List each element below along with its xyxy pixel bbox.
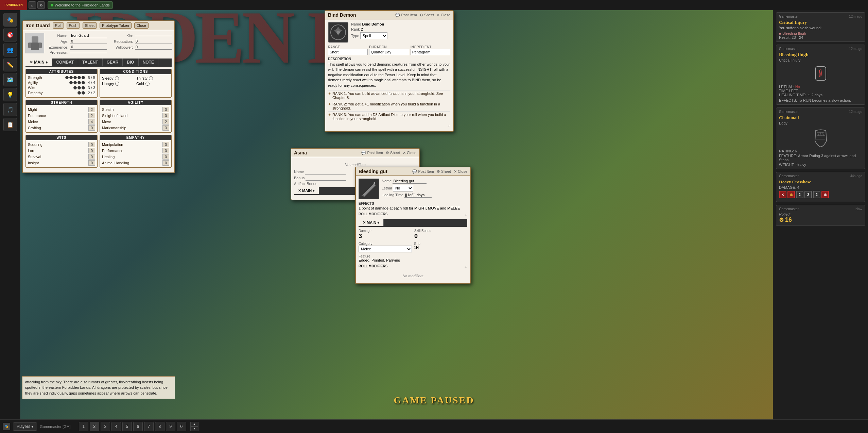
animal-val[interactable]: 0 xyxy=(162,160,169,166)
dot[interactable] xyxy=(82,81,85,84)
npc-close-button[interactable]: ✕ Close xyxy=(403,151,416,155)
dot[interactable] xyxy=(77,86,81,89)
age-value[interactable]: 0 xyxy=(70,39,107,44)
sidebar-icon-tables[interactable]: 🗺️ xyxy=(3,73,17,86)
spell-close-button[interactable]: ✕ Close xyxy=(437,13,450,17)
dot[interactable] xyxy=(82,86,85,89)
dot[interactable] xyxy=(73,81,77,84)
scene-tab-3[interactable]: 3 xyxy=(101,422,110,431)
scene-tab-8[interactable]: 8 xyxy=(155,422,164,431)
rep-value[interactable]: 0 xyxy=(135,39,172,44)
wp-value[interactable]: 0 xyxy=(135,45,172,50)
crafting-val[interactable]: 0 xyxy=(88,125,95,131)
scene-tab-0[interactable]: 0 xyxy=(177,422,186,431)
scene-tab-6[interactable]: 6 xyxy=(133,422,143,431)
npc-bonus-input[interactable] xyxy=(306,176,346,181)
players-button[interactable]: Players ▾ xyxy=(13,422,37,431)
weapon-close-button[interactable]: ✕ Close xyxy=(454,169,467,174)
prof-value[interactable] xyxy=(70,52,107,53)
sidebar-icon-sound[interactable]: 🎵 xyxy=(3,103,17,116)
nav-down[interactable]: ▼ xyxy=(190,427,198,431)
hungry-check[interactable] xyxy=(115,82,119,86)
scene-tab-7[interactable]: 7 xyxy=(144,422,154,431)
scene-tab-9[interactable]: 9 xyxy=(166,422,175,431)
lore-val[interactable]: 0 xyxy=(88,148,95,153)
add-button[interactable]: + xyxy=(448,123,450,129)
weapon-sheet-button[interactable]: ⚙ Sheet xyxy=(437,169,451,174)
cold-check[interactable] xyxy=(145,82,150,86)
survival-val[interactable]: 0 xyxy=(88,154,95,160)
sidebar-icon-cards[interactable]: 💡 xyxy=(3,88,17,101)
sidebar-icon-scene[interactable]: 🎭 xyxy=(3,13,17,27)
sidebar-icon-chat[interactable]: 📋 xyxy=(3,118,17,131)
spell-post-button[interactable]: 💬 Post Item xyxy=(395,13,417,17)
dot[interactable] xyxy=(73,76,77,79)
npc-name-input[interactable] xyxy=(305,169,346,174)
scene-tab-1[interactable]: 1 xyxy=(79,422,88,431)
scene-tab-2[interactable]: 2 xyxy=(90,422,99,431)
dot[interactable] xyxy=(82,91,85,95)
tab-talent[interactable]: TALENT xyxy=(78,59,102,66)
scouting-val[interactable]: 0 xyxy=(88,142,95,147)
scene-tab-4[interactable]: 4 xyxy=(111,422,121,431)
dot[interactable] xyxy=(65,76,69,79)
sidebar-icon-actors[interactable]: 👥 xyxy=(3,43,17,56)
sidebar-icon-journal[interactable]: ✏️ xyxy=(3,58,17,71)
exp-value[interactable]: 0 xyxy=(70,45,107,50)
dot[interactable] xyxy=(77,76,81,79)
npc-sheet-button[interactable]: ⚙ Sheet xyxy=(386,151,400,155)
category-select[interactable]: Melee xyxy=(359,246,412,252)
wits-dots[interactable] xyxy=(73,86,85,89)
sidebar-icon-target[interactable]: 🎯 xyxy=(3,28,17,41)
dot[interactable] xyxy=(73,86,77,89)
dot[interactable] xyxy=(69,76,73,79)
scene-tab[interactable]: Welcome to the Forbidden Lands xyxy=(48,1,113,9)
dot[interactable] xyxy=(77,91,81,95)
strength-dots[interactable] xyxy=(65,76,85,79)
dot[interactable] xyxy=(77,81,81,84)
agility-dots[interactable] xyxy=(69,81,85,84)
sheet-button[interactable]: Sheet xyxy=(83,22,97,29)
stealth-val[interactable]: 0 xyxy=(162,107,169,112)
home-button[interactable]: ⌂ xyxy=(29,1,36,9)
sleepy-check[interactable] xyxy=(115,76,119,80)
weapon-name-input[interactable] xyxy=(393,179,427,184)
thirsty-check[interactable] xyxy=(149,76,153,80)
dot[interactable] xyxy=(82,76,85,79)
tab-bio[interactable]: BIO xyxy=(123,59,138,66)
tab-main[interactable]: ✕ MAIN ♦ xyxy=(25,59,52,66)
close-sheet-button[interactable]: Close xyxy=(134,22,149,29)
tab-note[interactable]: NOTE xyxy=(139,59,158,66)
settings-button[interactable]: ⚙ xyxy=(37,1,45,9)
manip-val[interactable]: 0 xyxy=(162,142,169,147)
nav-up[interactable]: ▲ xyxy=(190,422,198,427)
weapon-main-tab[interactable]: ✕ MAIN ♦ xyxy=(359,219,384,226)
sleight-val[interactable]: 0 xyxy=(162,113,169,118)
insight-val[interactable]: 0 xyxy=(88,160,95,166)
weapon-post-button[interactable]: 💬 Post Item xyxy=(412,169,434,174)
char-name-value[interactable]: Iron Guard xyxy=(70,33,107,38)
perf-val[interactable]: 0 xyxy=(162,148,169,153)
npc-main-tab[interactable]: ✕ MAIN ♦ xyxy=(294,187,319,194)
melee-val[interactable]: 4 xyxy=(88,119,95,124)
empathy-dots[interactable] xyxy=(77,91,85,95)
roll-mod-add[interactable]: + xyxy=(465,212,467,218)
tab-combat[interactable]: COMBAT xyxy=(52,59,78,66)
roll-mod-add2[interactable]: + xyxy=(465,264,467,270)
might-val[interactable]: 2 xyxy=(88,107,95,112)
dot[interactable] xyxy=(69,81,73,84)
spell-sheet-button[interactable]: ⚙ Sheet xyxy=(420,13,434,17)
push-button[interactable]: Push xyxy=(67,22,80,29)
kin-value[interactable] xyxy=(135,35,172,36)
scene-tab-5[interactable]: 5 xyxy=(122,422,132,431)
weapon-lethal-select[interactable]: NoYes xyxy=(393,185,413,191)
move-val[interactable]: 2 xyxy=(162,119,169,124)
token-button[interactable]: Prototype Token xyxy=(100,22,131,29)
spell-type-select[interactable]: Spell xyxy=(360,32,387,39)
healing-val[interactable]: 0 xyxy=(162,154,169,160)
npc-post-button[interactable]: 💬 Post Item xyxy=(361,151,383,155)
marks-val[interactable]: 3 xyxy=(162,125,169,131)
weapon-heal-input[interactable] xyxy=(404,193,432,198)
roll-button[interactable]: Roll xyxy=(53,22,64,29)
tab-gear[interactable]: GEAR xyxy=(103,59,123,66)
